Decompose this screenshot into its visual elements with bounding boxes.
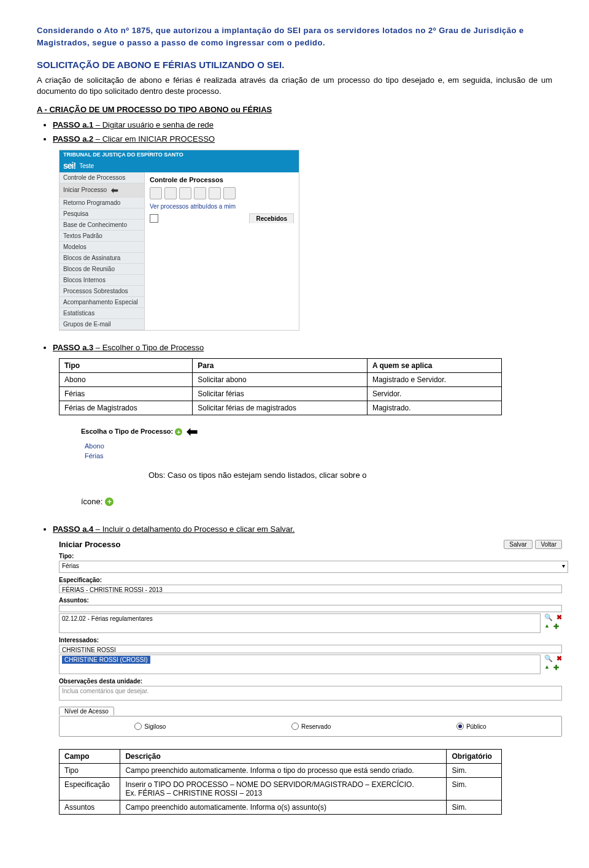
salvar-button[interactable]: Salvar	[504, 540, 532, 549]
plus-icon[interactable]: ✚	[553, 623, 559, 631]
nav-pesquisa[interactable]: Pesquisa	[60, 209, 144, 220]
th-tipo: Tipo	[60, 359, 193, 373]
nav-internos[interactable]: Blocos Internos	[60, 275, 144, 286]
nav-textos[interactable]: Textos Padrão	[60, 231, 144, 242]
search-icon[interactable]: 🔍	[544, 613, 553, 621]
step-a2-text: – Clicar em INICIAR PROCESSO	[93, 134, 215, 144]
tipo-select[interactable]: Férias	[59, 561, 568, 573]
icone-row: ícone: +	[81, 497, 367, 506]
toolbar-icon[interactable]	[164, 187, 177, 199]
checkbox[interactable]	[150, 214, 158, 223]
sei-sub: Teste	[79, 163, 94, 169]
table-header-row: Campo Descrição Obrigatório	[60, 750, 502, 764]
th-campo: Campo	[60, 750, 120, 764]
step-a1: PASSO a.1 – Digitar usuário e senha de r…	[53, 120, 552, 129]
nav-modelos[interactable]: Modelos	[60, 242, 144, 253]
especificacao-input[interactable]: FÉRIAS - CHRISTINE ROSSI - 2013	[59, 585, 562, 593]
cell: Solicitar férias de magistrados	[193, 401, 368, 415]
tipo-option-abono[interactable]: Abono	[85, 442, 216, 450]
nav-acompanhamento[interactable]: Acompanhamento Especial	[60, 297, 144, 308]
assuntos-icons: 🔍 ✖ ▲ ✚	[544, 613, 562, 631]
step-a4: PASSO a.4 – Incluir o detalhamento do Pr…	[53, 524, 552, 534]
assuntos-search-input[interactable]	[59, 605, 562, 612]
radio-label: Público	[466, 723, 487, 730]
table-header-row: Tipo Para A quem se aplica	[60, 359, 502, 373]
delete-icon[interactable]: ✖	[556, 655, 562, 663]
step-a1-label: PASSO a.1	[53, 120, 93, 129]
cell: Assuntos	[60, 801, 120, 815]
interessados-icons: 🔍 ✖ ▲ ✚	[544, 655, 562, 672]
step-a2-label: PASSO a.2	[53, 134, 93, 144]
table-row: Assuntos Campo preenchido automaticament…	[60, 801, 502, 815]
obs-row: Obs: Caso os tipos não estejam sendo lis…	[81, 470, 552, 506]
cell: Solicitar abono	[193, 373, 368, 387]
interessados-list[interactable]: CHRISTINE ROSSI (CROSSI)	[59, 655, 541, 674]
th-para: Para	[193, 359, 368, 373]
form-title: Iniciar Processo	[59, 540, 562, 549]
nivel-acesso-box: Sigiloso Reservado Público	[59, 716, 562, 737]
radio-sigiloso[interactable]: Sigiloso	[134, 723, 166, 730]
nav-controle[interactable]: Controle de Processos	[60, 172, 144, 183]
tipo-label: Tipo:	[59, 553, 562, 559]
nav-estatisticas[interactable]: Estatísticas	[60, 308, 144, 319]
nav-assinatura[interactable]: Blocos de Assinatura	[60, 253, 144, 264]
sei-screenshot-1: TRIBUNAL DE JUSTIÇA DO ESPÍRITO SANTO se…	[59, 150, 552, 331]
escolha-label: Escolha o Tipo de Processo:	[81, 428, 173, 435]
arrow-icon: ⬅	[187, 424, 198, 439]
radio-icon	[134, 723, 142, 730]
tab-recebidos[interactable]: Recebidos	[249, 213, 294, 223]
description-text: A criação de solicitação de abono e féri…	[37, 75, 552, 96]
table-row: Especificação Inserir o TIPO DO PROCESSO…	[60, 778, 502, 801]
nav-iniciar-processo[interactable]: Iniciar Processo ⬅	[60, 183, 144, 198]
nivel-acesso-label: Nível de Acesso	[59, 707, 114, 716]
sei-nav: Controle de Processos Iniciar Processo ⬅…	[60, 172, 145, 330]
nav-grupos[interactable]: Grupos de E-mail	[60, 319, 144, 330]
cell: Tipo	[60, 764, 120, 778]
tipo-option-ferias[interactable]: Férias	[85, 452, 216, 459]
toolbar-icon[interactable]	[194, 187, 206, 199]
cell: Magistrado.	[367, 401, 501, 415]
cell: Sim.	[447, 801, 502, 815]
radio-publico[interactable]: Público	[456, 723, 487, 730]
delete-icon[interactable]: ✖	[556, 613, 562, 621]
step-a3-text: – Escolher o Tipo de Processo	[93, 343, 204, 352]
plus-icon[interactable]: +	[175, 428, 182, 436]
cell: Solicitar férias	[193, 387, 368, 401]
tipo-table: Tipo Para A quem se aplica Abono Solicit…	[59, 358, 502, 415]
assuntos-list[interactable]: 02.12.02 - Férias regulamentares	[59, 613, 541, 633]
nav-retorno[interactable]: Retorno Programado	[60, 198, 144, 209]
radio-icon	[456, 723, 464, 730]
radio-reservado[interactable]: Reservado	[291, 723, 331, 730]
step-a4-label: PASSO a.4	[53, 524, 93, 534]
interessados-search-input[interactable]: CHRISTINE ROSSI	[59, 645, 562, 653]
th-obrigatorio: Obrigatório	[447, 750, 502, 764]
arrow-indicator-icon: ⬅	[111, 185, 118, 195]
radio-label: Reservado	[301, 723, 331, 730]
observacoes-input[interactable]: Inclua comentários que desejar.	[59, 686, 562, 701]
voltar-button[interactable]: Voltar	[535, 540, 562, 549]
toolbar-icon[interactable]	[209, 187, 221, 199]
toolbar-icon[interactable]	[150, 187, 162, 199]
up-icon[interactable]: ▲	[544, 664, 550, 672]
nav-sobrestados[interactable]: Processos Sobrestados	[60, 286, 144, 297]
table-row: Férias de Magistrados Solicitar férias d…	[60, 401, 502, 415]
table-row: Abono Solicitar abono Magistrado e Servi…	[60, 373, 502, 387]
plus-icon[interactable]: ✚	[553, 664, 559, 672]
nav-base[interactable]: Base de Conhecimento	[60, 220, 144, 231]
cell: Especificação	[60, 778, 120, 801]
toolbar-icon[interactable]	[223, 187, 236, 199]
sei-brand: sei!	[63, 161, 75, 171]
plus-icon[interactable]: +	[105, 497, 114, 506]
ver-link[interactable]: Ver processos atribuídos a mim	[150, 203, 294, 210]
section-a-title: A - CRIAÇÃO DE UM PROCESSO DO TIPO ABONO…	[37, 105, 552, 114]
nav-reuniao[interactable]: Blocos de Reunião	[60, 264, 144, 275]
up-icon[interactable]: ▲	[544, 623, 550, 631]
th-aplica: A quem se aplica	[367, 359, 501, 373]
step-a4-text: – Incluir o detalhamento do Processo e c…	[93, 524, 294, 534]
campo-table: Campo Descrição Obrigatório Tipo Campo p…	[59, 749, 502, 815]
step-a1-text: – Digitar usuário e senha de rede	[93, 120, 214, 129]
search-icon[interactable]: 🔍	[544, 655, 553, 663]
toolbar-icon[interactable]	[179, 187, 191, 199]
step-a3-label: PASSO a.3	[53, 343, 93, 352]
cell: Inserir o TIPO DO PROCESSO – NOME DO SER…	[120, 778, 447, 801]
